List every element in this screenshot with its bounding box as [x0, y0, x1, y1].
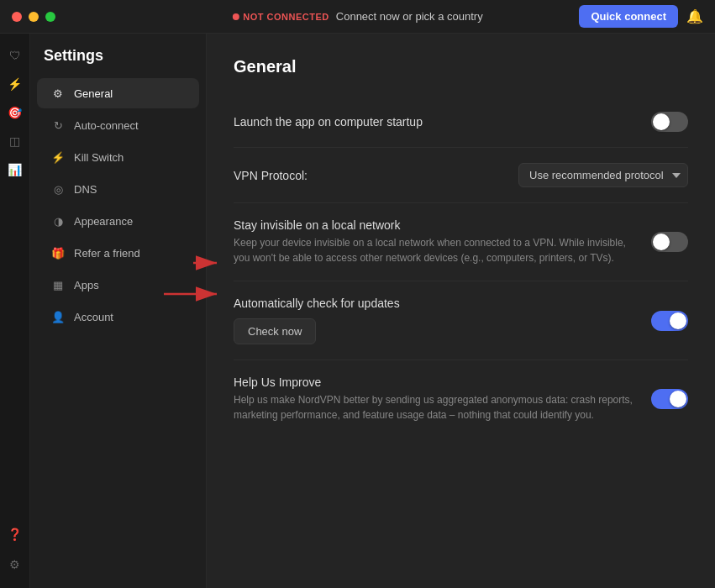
launch-startup-label: Launch the app on computer startup: [234, 115, 651, 129]
chart-icon[interactable]: 📊: [3, 158, 27, 181]
check-now-button[interactable]: Check now: [234, 318, 316, 344]
auto-update-label: Automatically check for updates: [234, 297, 651, 310]
notifications-icon[interactable]: 🔔: [686, 8, 703, 24]
help-improve-knob: [670, 391, 686, 407]
layers-icon[interactable]: ◫: [3, 129, 27, 153]
main-layout: 🛡 ⚡ 🎯 ◫ 📊 ❓ ⚙ Settings ⚙ General ↻ Auto-…: [0, 34, 715, 588]
not-connected-label: NOT CONNECTED: [243, 12, 329, 22]
dns-icon: ◎: [50, 181, 66, 197]
auto-update-row: Automatically check for updates Check no…: [234, 281, 688, 360]
help-improve-track[interactable]: [651, 389, 688, 409]
stay-invisible-toggle[interactable]: [651, 232, 688, 252]
account-icon: 👤: [50, 309, 66, 324]
auto-update-toggle[interactable]: [651, 311, 688, 331]
kill-switch-icon: ⚡: [50, 150, 66, 165]
titlebar: NOT CONNECTED Connect now or pick a coun…: [0, 0, 715, 34]
stay-invisible-knob: [653, 234, 670, 250]
stay-invisible-row: Stay invisible on a local network Keep y…: [234, 203, 688, 281]
sidebar-item-refer[interactable]: 🎁 Refer a friend: [37, 238, 199, 268]
sidebar-item-refer-label: Refer a friend: [74, 247, 140, 260]
window-controls: [12, 12, 55, 22]
stay-invisible-label: Stay invisible on a local network: [234, 218, 651, 232]
minimize-button[interactable]: [29, 12, 39, 22]
quick-connect-button[interactable]: Quick connect: [579, 5, 678, 28]
help-icon[interactable]: ❓: [3, 522, 27, 546]
maximize-button[interactable]: [45, 12, 55, 22]
page-title: General: [234, 57, 688, 76]
auto-update-track[interactable]: [651, 311, 688, 331]
sidebar-item-account[interactable]: 👤 Account: [37, 302, 199, 332]
vpn-protocol-label: VPN Protocol:: [234, 169, 308, 182]
apps-icon: ▦: [50, 277, 66, 292]
sidebar-item-auto-connect[interactable]: ↻ Auto-connect: [37, 110, 199, 140]
stay-invisible-description: Keep your device invisible on a local ne…: [234, 235, 637, 265]
target-icon[interactable]: 🎯: [3, 101, 27, 124]
sidebar: Settings ⚙ General ↻ Auto-connect ⚡ Kill…: [30, 34, 207, 588]
launch-startup-left: Launch the app on computer startup: [234, 115, 651, 129]
titlebar-center: NOT CONNECTED Connect now or pick a coun…: [232, 10, 482, 23]
auto-update-left: Automatically check for updates Check no…: [234, 297, 651, 344]
sidebar-title: Settings: [30, 47, 206, 78]
launch-startup-knob: [653, 113, 670, 130]
auto-connect-icon: ↻: [50, 118, 66, 133]
status-dot: [232, 13, 239, 20]
help-improve-row: Help Us Improve Help us make NordVPN bet…: [234, 360, 688, 438]
content-area: General Launch the app on computer start…: [207, 34, 715, 588]
shield-icon[interactable]: 🛡: [3, 44, 27, 67]
help-improve-left: Help Us Improve Help us make NordVPN bet…: [234, 375, 651, 423]
appearance-icon: ◑: [50, 213, 66, 228]
sidebar-item-appearance[interactable]: ◑ Appearance: [37, 206, 199, 236]
sidebar-item-dns-label: DNS: [74, 183, 97, 196]
sidebar-item-general[interactable]: ⚙ General: [37, 78, 199, 108]
sidebar-item-auto-connect-label: Auto-connect: [74, 119, 139, 132]
titlebar-right: Quick connect 🔔: [579, 5, 703, 28]
sidebar-item-general-label: General: [74, 87, 113, 100]
help-improve-label: Help Us Improve: [234, 375, 651, 389]
icon-bar: 🛡 ⚡ 🎯 ◫ 📊 ❓ ⚙: [0, 34, 30, 588]
help-improve-toggle[interactable]: [651, 389, 688, 409]
general-icon: ⚙: [50, 86, 66, 101]
bolt-icon[interactable]: ⚡: [3, 72, 27, 96]
help-improve-description: Help us make NordVPN better by sending u…: [234, 392, 637, 423]
stay-invisible-track[interactable]: [651, 232, 688, 252]
sidebar-item-kill-switch[interactable]: ⚡ Kill Switch: [37, 142, 199, 172]
sidebar-item-account-label: Account: [74, 311, 113, 323]
settings-icon[interactable]: ⚙: [3, 553, 27, 576]
icon-bar-bottom: ❓ ⚙: [3, 522, 27, 578]
launch-startup-track[interactable]: [651, 112, 688, 132]
close-button[interactable]: [12, 12, 22, 22]
sidebar-item-dns[interactable]: ◎ DNS: [37, 174, 199, 204]
vpn-protocol-row: VPN Protocol: Use recommended protocol: [234, 148, 688, 203]
launch-startup-row: Launch the app on computer startup: [234, 97, 688, 148]
connection-status: NOT CONNECTED: [232, 12, 329, 22]
launch-startup-toggle[interactable]: [651, 112, 688, 132]
auto-update-knob: [670, 312, 686, 329]
center-text: Connect now or pick a country: [336, 10, 483, 23]
sidebar-item-appearance-label: Appearance: [74, 215, 133, 228]
vpn-protocol-select[interactable]: Use recommended protocol: [518, 163, 688, 187]
sidebar-item-kill-switch-label: Kill Switch: [74, 151, 124, 164]
sidebar-item-apps-label: Apps: [74, 279, 99, 291]
stay-invisible-left: Stay invisible on a local network Keep y…: [234, 218, 651, 265]
refer-icon: 🎁: [50, 245, 66, 260]
sidebar-item-apps[interactable]: ▦ Apps: [37, 270, 199, 300]
